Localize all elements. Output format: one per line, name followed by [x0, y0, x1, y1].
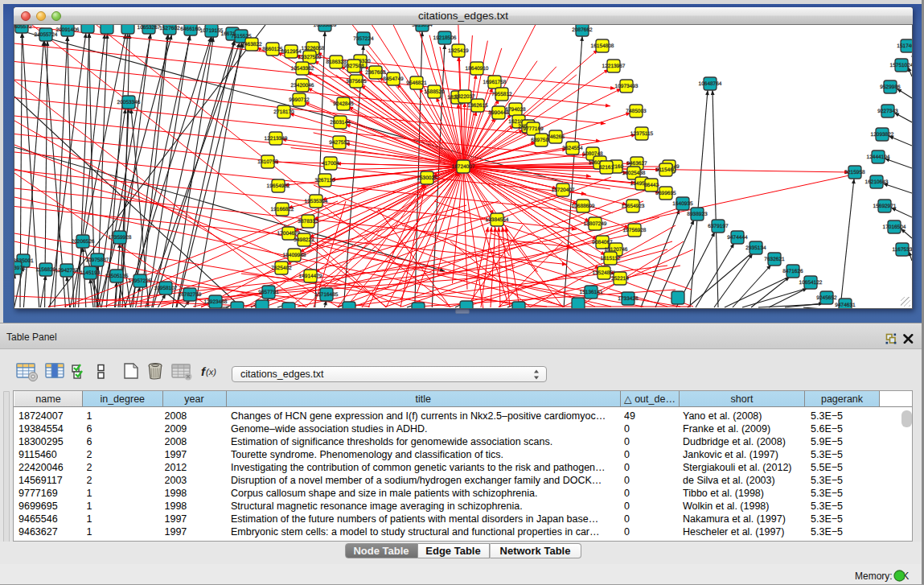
svg-text:13535394: 13535394 [305, 199, 328, 204]
svg-text:417004: 417004 [322, 161, 339, 167]
svg-text:10719155: 10719155 [200, 28, 224, 34]
svg-text:12213967: 12213967 [602, 64, 626, 69]
svg-text:20053346: 20053346 [117, 100, 141, 105]
svg-text:7955812: 7955812 [491, 92, 512, 97]
svg-text:19654982: 19654982 [267, 183, 290, 189]
svg-text:19166822: 19166822 [271, 207, 294, 212]
svg-text:8938923: 8938923 [687, 212, 708, 217]
svg-text:15136141: 15136141 [580, 290, 603, 295]
svg-text:13654923: 13654923 [622, 204, 645, 209]
svg-text:62161: 62161 [599, 165, 614, 171]
svg-text:1167533: 1167533 [893, 247, 912, 253]
svg-text:12093822: 12093822 [871, 132, 894, 138]
svg-text:15751024: 15751024 [890, 63, 912, 68]
svg-text:7632621: 7632621 [764, 257, 785, 262]
svg-text:9115460: 9115460 [656, 167, 676, 173]
svg-text:1615112: 1615112 [601, 256, 621, 262]
svg-text:1588520: 1588520 [424, 89, 445, 95]
svg-text:9657791: 9657791 [258, 290, 279, 295]
svg-text:19756928: 19756928 [623, 228, 647, 233]
svg-text:12444194: 12444194 [867, 154, 890, 160]
svg-text:9990712: 9990712 [289, 97, 310, 103]
svg-text:12942737: 12942737 [55, 268, 79, 274]
svg-text:7485003: 7485003 [626, 109, 647, 114]
svg-text:1530025: 1530025 [417, 175, 437, 181]
svg-text:3913971: 3913971 [14, 266, 26, 271]
svg-text:18724007: 18724007 [452, 164, 475, 170]
svg-text:17016504: 17016504 [883, 225, 906, 230]
svg-text:10653267: 10653267 [138, 25, 161, 31]
svg-text:15716485: 15716485 [315, 292, 339, 298]
svg-text:12923468: 12923468 [204, 299, 228, 305]
svg-text:2087662: 2087662 [572, 27, 593, 33]
svg-text:10688609: 10688609 [572, 204, 595, 209]
svg-text:15692971: 15692971 [873, 204, 897, 209]
svg-text:20206526: 20206526 [72, 239, 95, 245]
svg-text:1640935: 1640935 [672, 201, 693, 207]
svg-text:6466160: 6466160 [180, 27, 201, 32]
svg-text:3875685: 3875685 [346, 79, 367, 84]
svg-text:10975887: 10975887 [86, 257, 109, 263]
svg-text:19384554: 19384554 [486, 217, 509, 223]
svg-text:20091406: 20091406 [56, 27, 80, 33]
svg-text:1733426: 1733426 [618, 296, 639, 302]
svg-text:1810755: 1810755 [257, 159, 278, 165]
svg-text:8471626: 8471626 [782, 269, 803, 274]
svg-text:10958107: 10958107 [154, 286, 178, 291]
svg-text:746266: 746266 [547, 134, 565, 140]
svg-text:9227343: 9227343 [877, 109, 898, 114]
svg-text:252214: 252214 [611, 276, 629, 282]
svg-text:1362615: 1362615 [467, 103, 488, 109]
svg-text:9474631: 9474631 [835, 303, 856, 308]
svg-text:17957225: 17957225 [129, 278, 152, 284]
svg-text:19218506: 19218506 [433, 35, 457, 41]
svg-text:2718170: 2718170 [273, 109, 294, 115]
svg-text:10973493: 10973493 [615, 84, 639, 89]
svg-text:23420046: 23420046 [291, 83, 314, 89]
svg-text:9777169: 9777169 [523, 126, 544, 132]
svg-text:10654122: 10654122 [799, 280, 823, 286]
svg-text:9529986: 9529986 [880, 84, 901, 90]
svg-text:6794028: 6794028 [505, 107, 526, 113]
svg-text:9327508: 9327508 [343, 64, 364, 69]
svg-text:1517404: 1517404 [897, 43, 912, 49]
svg-text:9546821: 9546821 [406, 80, 427, 86]
svg-text:16210643: 16210643 [865, 179, 889, 185]
svg-text:3215958: 3215958 [844, 170, 865, 175]
svg-text:1156829: 1156829 [36, 267, 56, 273]
svg-text:2367608: 2367608 [365, 70, 386, 76]
svg-text:16782759: 16782759 [179, 292, 202, 298]
svg-text:3498222: 3498222 [294, 237, 314, 243]
svg-text:16033809: 16033809 [314, 25, 337, 28]
svg-text:9427552: 9427552 [329, 140, 350, 146]
svg-text:16961758: 16961758 [483, 80, 507, 85]
svg-text:9699695: 9699695 [655, 191, 676, 196]
svg-text:8912954: 8912954 [281, 49, 302, 55]
svg-text:18640910: 18640910 [466, 66, 489, 72]
svg-text:15720407: 15720407 [552, 187, 575, 193]
svg-text:3624554: 3624554 [562, 146, 583, 151]
svg-text:9474444: 9474444 [727, 235, 748, 241]
svg-text:7357224: 7357224 [353, 36, 374, 42]
svg-text:9245652: 9245652 [816, 295, 837, 301]
svg-text:17359928: 17359928 [109, 235, 132, 241]
svg-text:86442: 86442 [644, 183, 659, 188]
svg-text:24055724: 24055724 [35, 32, 58, 38]
svg-text:12213349: 12213349 [265, 136, 288, 142]
svg-text:12375115: 12375115 [630, 131, 654, 137]
svg-text:13524851: 13524851 [593, 270, 616, 276]
svg-text:(x): (x) [206, 368, 216, 377]
svg-text:18807249: 18807249 [584, 221, 607, 227]
svg-text:18409948: 18409948 [283, 253, 306, 258]
svg-text:16154808: 16154808 [591, 43, 614, 49]
svg-text:10543362: 10543362 [291, 66, 314, 72]
svg-text:6379197: 6379197 [708, 224, 729, 229]
svg-text:1325419: 1325419 [448, 48, 469, 54]
svg-text:2935134: 2935134 [745, 245, 766, 251]
svg-text:1145193: 1145193 [80, 270, 101, 276]
svg-text:14914479: 14914479 [299, 274, 322, 279]
svg-text:8454749: 8454749 [383, 76, 404, 82]
svg-text:3267110: 3267110 [315, 178, 335, 183]
svg-text:9242845: 9242845 [333, 101, 354, 107]
svg-text:3813054: 3813054 [412, 25, 433, 28]
